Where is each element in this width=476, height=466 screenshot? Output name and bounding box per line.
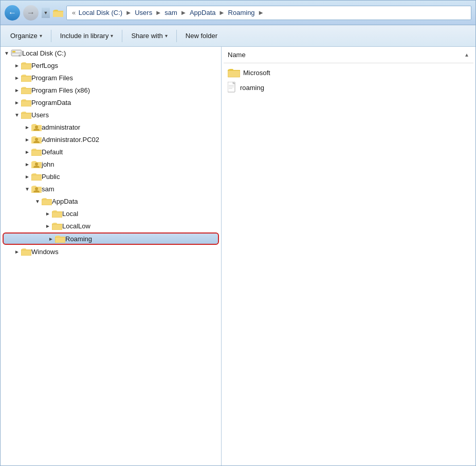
svg-point-5: [19, 55, 21, 57]
expand-programdata[interactable]: ►: [13, 100, 21, 105]
right-panel-header: Name ▲: [224, 49, 473, 63]
name-column-header[interactable]: Name: [228, 51, 246, 59]
folder-icon-perflogs: [21, 61, 31, 69]
svg-rect-22: [31, 150, 42, 156]
new-folder-button[interactable]: New folder: [180, 29, 223, 42]
label-default: Default: [42, 148, 63, 156]
svg-point-19: [35, 126, 38, 129]
svg-rect-6: [11, 52, 22, 53]
user-folder-icon-administrator: [31, 123, 42, 131]
folder-icon-local: [52, 209, 62, 218]
svg-rect-36: [55, 237, 65, 243]
breadcrumb-sam[interactable]: sam: [164, 9, 177, 16]
tree-item-perflogs[interactable]: ► PerfLogs: [1, 59, 221, 71]
sep1: ►: [123, 9, 134, 16]
tree-item-windows[interactable]: ► Windows: [1, 245, 221, 258]
file-item-microsoft[interactable]: Microsoft: [224, 65, 473, 80]
label-local: Local: [62, 210, 78, 218]
address-folder-icon: [53, 9, 63, 17]
breadcrumb-users[interactable]: Users: [135, 9, 152, 16]
expand-locallow[interactable]: ►: [44, 223, 52, 229]
tree-item-appdata[interactable]: ▼ AppData: [1, 195, 221, 207]
folder-icon-public: [31, 172, 42, 181]
main-content: ▼ Local Disk (C:) ►: [1, 47, 475, 465]
svg-rect-38: [21, 250, 31, 256]
expand-public[interactable]: ►: [23, 174, 31, 180]
tree-panel[interactable]: ▼ Local Disk (C:) ►: [1, 47, 222, 465]
label-appdata: AppData: [52, 198, 78, 205]
breadcrumb-appdata[interactable]: AppData: [190, 9, 216, 16]
tree-item-program-files[interactable]: ► Program Files: [1, 71, 221, 84]
tree-item-locallow[interactable]: ► LocalLow: [1, 220, 221, 232]
label-program-files-x86: Program Files (x86): [31, 86, 90, 94]
toolbar-sep3: [176, 30, 177, 42]
tree-item-john[interactable]: ► john: [1, 158, 221, 170]
svg-rect-32: [52, 212, 62, 218]
tree-item-administrator[interactable]: ► administrator: [1, 121, 221, 133]
tree-item-local-disk[interactable]: ▼ Local Disk (C:): [1, 47, 221, 59]
organize-arrow: ▾: [40, 33, 42, 39]
toolbar-sep2: [122, 30, 122, 42]
label-roaming: Roaming: [65, 235, 92, 243]
expand-administrator-pc02[interactable]: ►: [23, 137, 31, 142]
include-in-library-button[interactable]: Include in library ▾: [54, 29, 119, 42]
folder-icon-default: [31, 148, 42, 156]
folder-icon-program-files: [21, 74, 31, 82]
expand-windows[interactable]: ►: [13, 249, 21, 255]
expand-administrator[interactable]: ►: [23, 124, 31, 130]
folder-icon-windows: [21, 247, 31, 256]
organize-button[interactable]: Organize ▾: [5, 29, 48, 42]
expand-program-files-x86[interactable]: ►: [13, 87, 21, 93]
svg-rect-16: [21, 113, 31, 119]
folder-icon-microsoft: [228, 67, 240, 78]
label-users: Users: [31, 111, 49, 119]
breadcrumb-local-disk[interactable]: Local Disk (C:): [79, 9, 122, 16]
folder-icon-programdata: [21, 98, 31, 106]
user-folder-icon-sam: [31, 185, 42, 193]
tree-item-local[interactable]: ► Local: [1, 207, 221, 220]
user-folder-icon-administrator-pc02: [31, 135, 42, 144]
svg-point-29: [35, 187, 38, 190]
tree-item-program-files-x86[interactable]: ► Program Files (x86): [1, 84, 221, 96]
expand-local-disk[interactable]: ▼: [3, 50, 11, 56]
sep4: ►: [216, 9, 227, 16]
include-arrow: ▾: [111, 33, 113, 39]
expand-sam[interactable]: ▼: [23, 186, 31, 192]
expand-default[interactable]: ►: [23, 149, 31, 155]
tree-item-administrator-pc02[interactable]: ► Administrator.PC02: [1, 133, 221, 146]
tree-item-users[interactable]: ▼ Users: [1, 109, 221, 121]
share-arrow: ▾: [165, 33, 168, 39]
forward-button[interactable]: →: [23, 5, 39, 21]
tree-item-roaming[interactable]: ► Roaming: [3, 232, 219, 245]
label-windows: Windows: [31, 248, 59, 256]
expand-local[interactable]: ►: [44, 211, 52, 217]
expand-users[interactable]: ▼: [13, 112, 21, 118]
sep3: ►: [178, 9, 189, 16]
svg-rect-14: [21, 101, 31, 106]
toolbar-sep1: [51, 30, 51, 42]
expand-roaming[interactable]: ►: [47, 236, 55, 242]
tree-item-sam[interactable]: ▼ sam: [1, 183, 221, 195]
label-administrator: administrator: [42, 123, 80, 131]
share-with-button[interactable]: Share with ▾: [125, 29, 173, 42]
tree-item-default[interactable]: ► Default: [1, 146, 221, 158]
drive-icon: [11, 48, 22, 58]
nav-dropdown-button[interactable]: ▼: [42, 8, 50, 18]
expand-program-files[interactable]: ►: [13, 75, 21, 81]
back-button[interactable]: ←: [5, 5, 20, 21]
label-public: Public: [42, 173, 60, 181]
expand-perflogs[interactable]: ►: [13, 63, 21, 68]
sort-arrow: ▲: [464, 52, 469, 58]
svg-point-25: [35, 163, 38, 166]
svg-rect-30: [42, 200, 52, 205]
expand-john[interactable]: ►: [23, 162, 31, 167]
sep2: ►: [153, 9, 163, 16]
folder-icon-users: [21, 111, 31, 119]
breadcrumb-prefix: «: [72, 9, 78, 16]
tree-item-public[interactable]: ► Public: [1, 170, 221, 183]
explorer-window: ← → ▼ « Local Disk (C:) ► Users ► sam ► …: [0, 0, 476, 466]
breadcrumb-roaming[interactable]: Roaming: [228, 9, 255, 16]
file-item-roaming[interactable]: roaming: [224, 80, 473, 95]
expand-appdata[interactable]: ▼: [33, 199, 42, 204]
tree-item-programdata[interactable]: ► ProgramData: [1, 96, 221, 109]
